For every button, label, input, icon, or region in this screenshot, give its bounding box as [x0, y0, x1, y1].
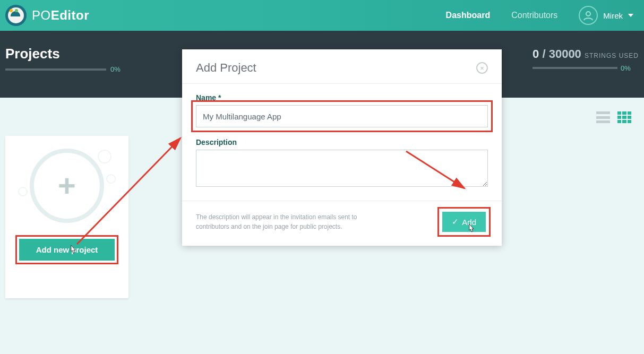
description-field[interactable] — [196, 150, 488, 187]
view-toggle-group — [596, 111, 631, 123]
name-field[interactable] — [196, 105, 488, 127]
projects-progress-bar — [5, 68, 106, 71]
chevron-down-icon — [628, 14, 633, 17]
nav-dashboard[interactable]: Dashboard — [446, 11, 491, 20]
top-nav: POEditor Dashboard Contributors Mirek — [0, 0, 644, 31]
close-icon[interactable]: × — [476, 62, 488, 74]
strings-used: 0 / 30000 — [533, 47, 585, 61]
avatar-icon — [579, 6, 598, 25]
brand-name: POEditor — [32, 8, 89, 23]
strings-progress-bar — [533, 67, 617, 69]
svg-point-0 — [586, 12, 590, 16]
user-menu[interactable]: Mirek — [579, 6, 633, 25]
modal-footer-note: The description will appear in the invit… — [196, 212, 366, 231]
modal-title: Add Project — [196, 61, 256, 75]
description-field-label: Description — [196, 138, 488, 146]
nav-links: Dashboard Contributors — [446, 11, 558, 20]
plus-circle-icon[interactable]: + — [30, 149, 104, 223]
strings-progress-pct: 0% — [621, 64, 631, 72]
plus-icon: + — [58, 170, 76, 201]
check-icon: ✓ — [452, 217, 459, 227]
add-button[interactable]: ✓ Add — [442, 212, 486, 232]
add-button-label: Add — [462, 218, 476, 227]
brand[interactable]: POEditor — [5, 5, 89, 26]
brand-logo-icon — [5, 5, 27, 26]
projects-progress-pct: 0% — [110, 65, 121, 73]
add-project-modal: Add Project × Name * Description The des… — [182, 49, 502, 246]
list-view-icon[interactable] — [596, 111, 610, 123]
add-new-project-button[interactable]: Add new project — [19, 239, 115, 261]
strings-used-label: STRINGS USED — [585, 52, 639, 59]
page-title: Projects — [5, 46, 121, 62]
grid-view-icon[interactable] — [617, 111, 631, 123]
user-name: Mirek — [603, 11, 623, 20]
nav-contributors[interactable]: Contributors — [511, 11, 557, 20]
new-project-card: + Add new project — [5, 136, 128, 298]
name-field-label: Name * — [196, 93, 488, 102]
